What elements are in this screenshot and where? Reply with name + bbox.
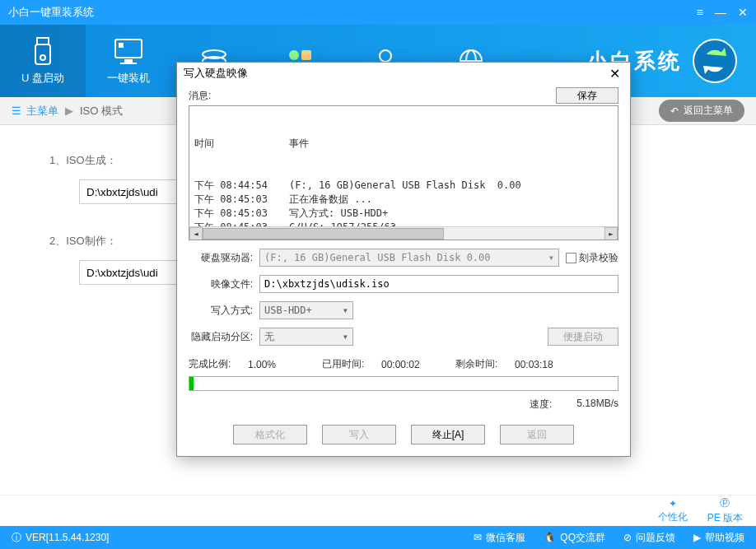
- svg-rect-11: [301, 50, 311, 60]
- dialog-title: 写入硬盘映像: [184, 66, 248, 81]
- pe-version-button[interactable]: ⓟ PE 版本: [707, 496, 743, 525]
- elapsed-label: 已用时间:: [322, 357, 381, 371]
- monitor-icon: [114, 36, 143, 66]
- svg-point-10: [289, 50, 299, 60]
- brand-refresh-icon: [690, 36, 740, 86]
- chevron-down-icon: ▾: [343, 331, 348, 342]
- image-file-input[interactable]: [259, 275, 618, 293]
- write-mode-label: 写入方式:: [189, 304, 259, 318]
- menu-icon[interactable]: ≡: [697, 6, 703, 19]
- log-row: 下午 08:44:54(F:, 16 GB)General USB Flash …: [194, 179, 613, 193]
- progress-bar: [189, 376, 618, 391]
- svg-rect-0: [37, 38, 49, 44]
- titlebar: 小白一键重装系统 ≡ — ✕: [0, 0, 756, 25]
- log-row: 下午 08:45:03正在准备数据 ...: [194, 193, 613, 207]
- breadcrumb-sep: ▶: [65, 105, 73, 117]
- progress-label: 完成比例:: [189, 357, 248, 371]
- close-icon[interactable]: ✕: [738, 6, 748, 19]
- svg-point-18: [693, 40, 736, 82]
- qq-icon: 🐧: [544, 532, 556, 543]
- elapsed-value: 00:00:02: [381, 359, 455, 370]
- hidden-partition-select[interactable]: 无 ▾: [259, 328, 353, 346]
- window-controls: ≡ — ✕: [697, 6, 748, 19]
- wechat-support[interactable]: ✉微信客服: [474, 531, 525, 545]
- svg-point-2: [40, 55, 45, 60]
- pe-icon: ⓟ: [720, 496, 730, 510]
- svg-point-14: [380, 50, 391, 62]
- dialog-close-button[interactable]: ✕: [605, 64, 623, 82]
- verify-checkbox[interactable]: 刻录校验: [566, 251, 618, 265]
- log-col-event: 事件: [289, 137, 309, 151]
- scroll-right-icon[interactable]: ►: [604, 227, 618, 240]
- format-button[interactable]: 格式化: [233, 425, 307, 444]
- usb-icon: [28, 36, 58, 66]
- customize-button[interactable]: ✦ 个性化: [658, 498, 688, 524]
- minimize-icon[interactable]: —: [715, 6, 726, 19]
- drive-label: 硬盘驱动器:: [189, 251, 259, 265]
- back-label: 返回主菜单: [684, 104, 733, 118]
- checkbox-box: [566, 253, 576, 263]
- remain-value: 00:03:18: [515, 359, 589, 370]
- write-button[interactable]: 写入: [322, 425, 396, 444]
- horizontal-scrollbar[interactable]: ◄ ►: [189, 226, 618, 240]
- svg-rect-6: [119, 43, 124, 48]
- qq-group[interactable]: 🐧QQ交流群: [544, 531, 605, 545]
- back-arrow-icon: ↶: [670, 105, 679, 117]
- log-row: 下午 08:45:03写入方式: USB-HDD+: [194, 207, 613, 221]
- hidden-partition-label: 隐藏启动分区:: [189, 330, 259, 344]
- breadcrumb-main[interactable]: 主菜单: [26, 104, 58, 119]
- nav-onekey-install[interactable]: 一键装机: [86, 25, 171, 97]
- progress-fill: [189, 377, 194, 390]
- remain-label: 剩余时间:: [455, 357, 515, 371]
- dialog-titlebar[interactable]: 写入硬盘映像 ✕: [177, 63, 630, 84]
- bottom-strip: ✦ 个性化 ⓟ PE 版本: [0, 495, 756, 526]
- star-icon: ✦: [669, 498, 677, 509]
- image-file-label: 映像文件:: [189, 277, 259, 291]
- return-button[interactable]: 返回: [500, 425, 574, 444]
- abort-button[interactable]: 终止[A]: [411, 425, 485, 444]
- log-col-time: 时间: [194, 137, 289, 151]
- drive-select[interactable]: (F:, 16 GB)General USB Flash Disk 0.00 ▾: [259, 249, 559, 267]
- help-video[interactable]: ▶帮助视频: [693, 531, 744, 545]
- breadcrumb-mode: ISO 模式: [80, 104, 123, 119]
- svg-rect-5: [120, 63, 137, 64]
- back-main-button[interactable]: ↶ 返回主菜单: [659, 100, 744, 122]
- svg-rect-3: [115, 40, 142, 58]
- status-bar: ⓘ VER[11.5.44.1230] ✉微信客服 🐧QQ交流群 ⊘问题反馈 ▶…: [0, 526, 756, 549]
- message-label: 消息:: [189, 89, 211, 103]
- write-mode-select[interactable]: USB-HDD+ ▾: [259, 301, 353, 319]
- nav-usb-boot[interactable]: U 盘启动: [0, 25, 86, 97]
- speed-label: 速度:: [530, 398, 552, 412]
- scroll-left-icon[interactable]: ◄: [189, 227, 203, 240]
- log-box[interactable]: 时间 事件 下午 08:44:54(F:, 16 GB)General USB …: [189, 105, 618, 240]
- write-disk-image-dialog: 写入硬盘映像 ✕ 消息: 保存 时间 事件 下午 08:44:54(F:, 16…: [176, 62, 631, 457]
- svg-rect-4: [124, 59, 133, 63]
- version-label: ⓘ VER[11.5.44.1230]: [12, 531, 109, 545]
- video-icon: ▶: [693, 532, 701, 543]
- feedback[interactable]: ⊘问题反馈: [623, 531, 675, 545]
- feedback-icon: ⊘: [623, 532, 632, 543]
- wechat-icon: ✉: [474, 532, 482, 543]
- save-button[interactable]: 保存: [556, 87, 618, 104]
- list-icon: ☰: [12, 105, 21, 117]
- nav-label: U 盘启动: [21, 71, 64, 86]
- speed-value: 5.18MB/s: [576, 398, 618, 412]
- scroll-thumb[interactable]: [203, 228, 444, 240]
- nav-label: 一键装机: [107, 71, 150, 86]
- quick-boot-button[interactable]: 便捷启动: [548, 328, 618, 346]
- chevron-down-icon: ▾: [548, 252, 554, 263]
- app-title: 小白一键重装系统: [8, 5, 94, 20]
- chevron-down-icon: ▾: [343, 305, 348, 316]
- progress-value: 1.00%: [248, 359, 322, 370]
